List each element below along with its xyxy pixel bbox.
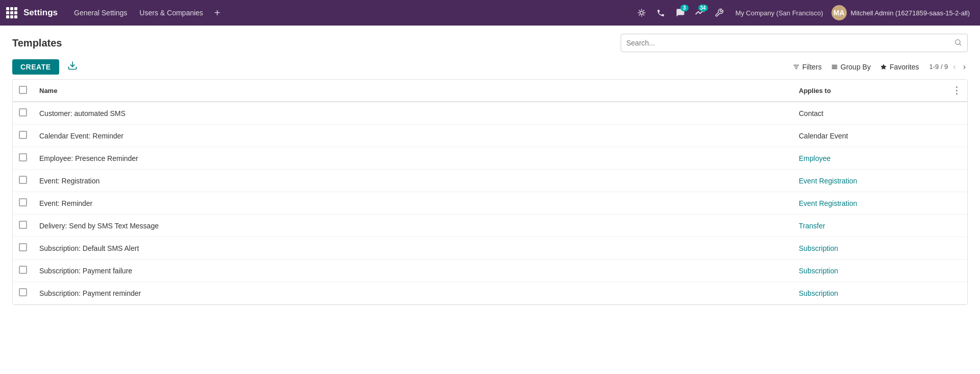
row-checkbox-cell[interactable] bbox=[13, 147, 33, 170]
search-bar bbox=[621, 34, 968, 52]
page-title: Templates bbox=[12, 37, 62, 49]
pagination-text: 1-9 / 9 bbox=[929, 63, 948, 71]
row-name[interactable]: Subscription: Payment failure bbox=[33, 260, 793, 282]
row-name[interactable]: Subscription: Default SMS Alert bbox=[33, 237, 793, 260]
activity-badge: 34 bbox=[698, 5, 708, 11]
wrench-icon[interactable] bbox=[711, 5, 727, 21]
row-checkbox-cell[interactable] bbox=[13, 282, 33, 305]
chat-badge: 3 bbox=[680, 5, 689, 11]
general-settings-link[interactable]: General Settings bbox=[70, 7, 131, 19]
svg-point-1 bbox=[955, 39, 960, 44]
add-menu-button[interactable]: + bbox=[211, 8, 224, 18]
page-header: Templates bbox=[12, 34, 968, 52]
company-name: My Company (San Francisco) bbox=[736, 9, 823, 17]
row-checkbox-cell[interactable] bbox=[13, 215, 33, 237]
table-row[interactable]: Subscription: Payment reminder Subscript… bbox=[13, 282, 967, 305]
next-page-button[interactable]: › bbox=[961, 61, 968, 73]
row-checkbox[interactable] bbox=[19, 131, 27, 139]
table-row[interactable]: Delivery: Send by SMS Text Message Trans… bbox=[13, 215, 967, 237]
row-menu-cell bbox=[946, 260, 967, 282]
row-checkbox-cell[interactable] bbox=[13, 192, 33, 215]
filters-label: Filters bbox=[802, 63, 822, 71]
svg-point-0 bbox=[640, 11, 643, 14]
row-menu-cell bbox=[946, 125, 967, 147]
templates-table: Name Applies to ⋮ Customer: automated SM… bbox=[12, 79, 968, 305]
main-content: Templates CREATE Filters Group By bbox=[0, 26, 980, 313]
activity-icon[interactable]: 34 bbox=[692, 5, 708, 21]
row-checkbox[interactable] bbox=[19, 288, 27, 296]
search-input[interactable] bbox=[626, 39, 954, 47]
row-applies-to: Calendar Event bbox=[793, 125, 946, 147]
user-menu[interactable]: MA Mitchell Admin (16271859-saas-15-2-al… bbox=[827, 3, 974, 22]
row-name[interactable]: Event: Reminder bbox=[33, 192, 793, 215]
row-menu-cell bbox=[946, 192, 967, 215]
import-button[interactable] bbox=[63, 58, 82, 75]
row-applies-to[interactable]: Subscription bbox=[793, 282, 946, 305]
row-name[interactable]: Event: Registration bbox=[33, 170, 793, 192]
row-name[interactable]: Customer: automated SMS bbox=[33, 102, 793, 125]
row-applies-to[interactable]: Event Registration bbox=[793, 170, 946, 192]
select-all-checkbox[interactable] bbox=[19, 86, 27, 94]
avatar: MA bbox=[831, 5, 847, 20]
row-name[interactable]: Calendar Event: Reminder bbox=[33, 125, 793, 147]
table-row[interactable]: Subscription: Default SMS Alert Subscrip… bbox=[13, 237, 967, 260]
table-row[interactable]: Customer: automated SMS Contact bbox=[13, 102, 967, 125]
table-row[interactable]: Calendar Event: Reminder Calendar Event bbox=[13, 125, 967, 147]
row-checkbox[interactable] bbox=[19, 108, 27, 116]
prev-page-button[interactable]: ‹ bbox=[951, 61, 958, 73]
table-row[interactable]: Event: Registration Event Registration bbox=[13, 170, 967, 192]
search-icon[interactable] bbox=[954, 38, 962, 48]
row-applies-to[interactable]: Event Registration bbox=[793, 192, 946, 215]
row-name[interactable]: Subscription: Payment reminder bbox=[33, 282, 793, 305]
applies-to-column-header: Applies to bbox=[793, 80, 946, 102]
table-row[interactable]: Employee: Presence Reminder Employee bbox=[13, 147, 967, 170]
column-options-icon[interactable]: ⋮ bbox=[952, 85, 961, 96]
row-applies-to[interactable]: Subscription bbox=[793, 260, 946, 282]
row-checkbox-cell[interactable] bbox=[13, 125, 33, 147]
pagination: 1-9 / 9 ‹ › bbox=[929, 61, 968, 73]
topnav: Settings General Settings Users & Compan… bbox=[0, 0, 980, 26]
filters-button[interactable]: Filters bbox=[793, 63, 822, 71]
row-checkbox[interactable] bbox=[19, 243, 27, 251]
row-applies-to[interactable]: Subscription bbox=[793, 237, 946, 260]
row-checkbox-cell[interactable] bbox=[13, 260, 33, 282]
username: Mitchell Admin (16271859-saas-15-2-all) bbox=[851, 9, 970, 17]
bug-icon[interactable] bbox=[633, 5, 650, 21]
phone-icon[interactable] bbox=[653, 5, 669, 21]
svg-line-2 bbox=[960, 44, 961, 45]
row-checkbox-cell[interactable] bbox=[13, 237, 33, 260]
row-checkbox[interactable] bbox=[19, 176, 27, 184]
row-applies-to[interactable]: Transfer bbox=[793, 215, 946, 237]
favorites-button[interactable]: Favorites bbox=[880, 63, 919, 71]
app-grid-icon[interactable] bbox=[6, 7, 17, 18]
row-menu-cell bbox=[946, 215, 967, 237]
group-by-button[interactable]: Group By bbox=[831, 63, 871, 71]
chat-icon[interactable]: 3 bbox=[672, 5, 689, 21]
row-menu-cell bbox=[946, 102, 967, 125]
table-header-row: Name Applies to ⋮ bbox=[13, 80, 967, 102]
svg-marker-11 bbox=[880, 64, 887, 69]
row-menu-cell bbox=[946, 237, 967, 260]
table-row[interactable]: Event: Reminder Event Registration bbox=[13, 192, 967, 215]
row-menu-cell bbox=[946, 147, 967, 170]
select-all-header[interactable] bbox=[13, 80, 33, 102]
row-name[interactable]: Delivery: Send by SMS Text Message bbox=[33, 215, 793, 237]
row-menu-cell bbox=[946, 170, 967, 192]
row-applies-to[interactable]: Employee bbox=[793, 147, 946, 170]
row-checkbox[interactable] bbox=[19, 198, 27, 206]
row-checkbox-cell[interactable] bbox=[13, 102, 33, 125]
column-menu-header[interactable]: ⋮ bbox=[946, 80, 967, 102]
topnav-icon-group: 3 34 bbox=[633, 5, 727, 21]
row-checkbox[interactable] bbox=[19, 221, 27, 229]
row-checkbox[interactable] bbox=[19, 153, 27, 161]
users-companies-link[interactable]: Users & Companies bbox=[135, 7, 207, 19]
app-brand: Settings bbox=[23, 8, 58, 18]
table-row[interactable]: Subscription: Payment failure Subscripti… bbox=[13, 260, 967, 282]
toolbar: CREATE Filters Group By Favorites bbox=[12, 58, 968, 75]
row-checkbox[interactable] bbox=[19, 266, 27, 274]
row-applies-to: Contact bbox=[793, 102, 946, 125]
create-button[interactable]: CREATE bbox=[12, 59, 59, 75]
name-column-header: Name bbox=[33, 80, 793, 102]
row-checkbox-cell[interactable] bbox=[13, 170, 33, 192]
row-name[interactable]: Employee: Presence Reminder bbox=[33, 147, 793, 170]
